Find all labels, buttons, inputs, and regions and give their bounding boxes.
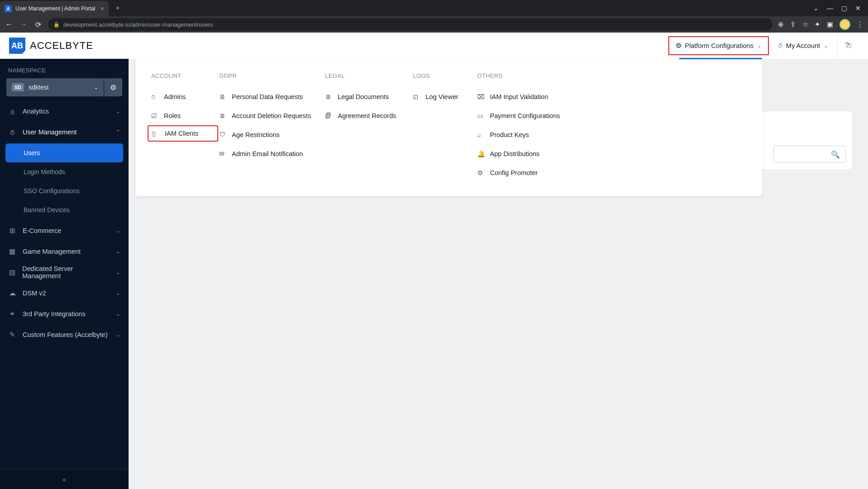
- lock-icon: 🔒: [53, 22, 60, 28]
- sidebar-subitem-users[interactable]: Users: [5, 143, 123, 162]
- mail-icon: ✉: [219, 150, 226, 157]
- main-content: 🔍 ACCOUNT ⍥ Admins ☑ Roles ▯: [129, 59, 868, 489]
- search-icon: 🔍: [831, 150, 840, 159]
- mm-item-iam-input-validation[interactable]: ⌧ IAM Input Validation: [477, 87, 747, 106]
- mm-item-account-deletion-requests[interactable]: 🗎 Account Deletion Requests: [219, 106, 321, 125]
- bookmark-icon[interactable]: ☆: [802, 20, 808, 28]
- mm-item-admin-email-notification[interactable]: ✉ Admin Email Notification: [219, 144, 321, 163]
- mm-item-personal-data-requests[interactable]: 🗎 Personal Data Requests: [219, 87, 321, 106]
- search-input[interactable]: 🔍: [773, 146, 846, 163]
- platform-configurations-button[interactable]: ⚙ Platform Configurations ⌄: [668, 36, 769, 55]
- nodes-icon: ⚭: [8, 310, 16, 318]
- mm-header-legal: LEGAL: [325, 72, 408, 79]
- namespace-value: sdktest: [29, 84, 48, 91]
- user-icon: ⍥: [778, 42, 782, 49]
- shield-icon: ⛉: [219, 131, 226, 138]
- profile-avatar-icon[interactable]: [839, 19, 850, 30]
- share-icon[interactable]: ⇪: [790, 20, 796, 28]
- doc-icon: 🗎: [325, 93, 332, 100]
- window-controls: ⌄ — ▢ ✕: [806, 5, 868, 12]
- mm-header-gdpr: GDPR: [219, 72, 321, 79]
- mm-item-app-distributions[interactable]: 🔔 App Distributions: [477, 144, 747, 163]
- tab-title: User Management | Admin Portal: [15, 5, 96, 12]
- mm-item-agreement-records[interactable]: 🗐 Agreement Records: [325, 106, 408, 125]
- mm-item-log-viewer[interactable]: ⊡ Log Viewer: [413, 87, 473, 106]
- address-bar: ← → ⟳ 🔒 development.accelbyte.io/admin/u…: [0, 16, 868, 33]
- chevron-down-icon: ⌄: [757, 43, 762, 49]
- chevron-down-icon: ⌄: [824, 43, 828, 49]
- sidebar: NAMESPACE SD sdktest ⌄ ⚙ ⫼ Analytics ⌄ ⍥…: [0, 59, 129, 489]
- collapse-sidebar-button[interactable]: «: [0, 469, 129, 489]
- mm-item-age-restrictions[interactable]: ⛉ Age Restrictions: [219, 125, 321, 144]
- sidebar-item-ecommerce[interactable]: ⊞ E-Commerce ⌄: [0, 220, 129, 241]
- sidebar-item-custom-features[interactable]: ✎ Custom Features (Accelbyte) ⌄: [0, 324, 129, 345]
- bell-icon: 🔔: [477, 150, 484, 157]
- mm-header-logs: LOGS: [413, 72, 473, 79]
- help-icon: ?⃝: [845, 42, 852, 50]
- close-window-icon[interactable]: ✕: [855, 5, 861, 12]
- logo-text: ACCELBYTE: [30, 40, 93, 52]
- sidebar-subitem-sso-configurations[interactable]: SSO Configurations: [3, 181, 126, 200]
- doc-icon: 🗎: [219, 112, 226, 119]
- namespace-settings-button[interactable]: ⚙: [104, 78, 122, 96]
- url-field[interactable]: 🔒 development.accelbyte.io/admin/user-ma…: [48, 18, 772, 31]
- mm-item-config-promoter[interactable]: ⚙ Config Promoter: [477, 163, 747, 182]
- chevron-up-icon: ⌃: [116, 129, 120, 135]
- chevron-double-left-icon: «: [62, 476, 66, 483]
- chevron-down-icon[interactable]: ⌄: [813, 5, 819, 12]
- mm-item-admins[interactable]: ⍥ Admins: [151, 87, 215, 106]
- doc-icon: 🗎: [219, 93, 226, 100]
- mm-item-product-keys[interactable]: ⌕ Product Keys: [477, 125, 747, 144]
- browser-tabbar: A User Management | Admin Portal × + ⌄ —…: [0, 0, 868, 16]
- chevron-down-icon: ⌄: [116, 248, 120, 255]
- sidebar-item-analytics[interactable]: ⫼ Analytics ⌄: [0, 101, 129, 122]
- gear-icon: ⚙: [477, 169, 484, 176]
- forward-button[interactable]: →: [19, 20, 28, 28]
- chevron-down-icon: ⌄: [94, 84, 98, 90]
- mm-item-payment-configurations[interactable]: ▭ Payment Configurations: [477, 106, 747, 125]
- platform-configurations-menu: ACCOUNT ⍥ Admins ☑ Roles ▯ IAM Clients: [136, 59, 762, 196]
- favicon-icon: A: [5, 5, 12, 12]
- sidebar-item-dedicated-server-management[interactable]: ▤ Dedicated Server Management ⌄: [0, 262, 129, 283]
- minimize-icon[interactable]: —: [827, 5, 833, 12]
- logo[interactable]: AB ACCELBYTE: [9, 38, 93, 54]
- reload-button[interactable]: ⟳: [34, 20, 43, 29]
- browser-tab[interactable]: A User Management | Admin Portal ×: [0, 1, 109, 16]
- zoom-icon[interactable]: ⊕: [778, 20, 784, 28]
- panel-icon[interactable]: ▣: [827, 20, 833, 28]
- sidebar-item-game-management[interactable]: ▦ Game Management ⌄: [0, 241, 129, 262]
- eye-icon: ⊡: [413, 93, 420, 100]
- mm-header-others: OTHERS: [477, 72, 747, 79]
- mm-item-roles[interactable]: ☑ Roles: [151, 106, 215, 125]
- namespace-selector[interactable]: SD sdktest ⌄: [6, 78, 104, 96]
- chevron-down-icon: ⌄: [116, 290, 120, 296]
- close-icon[interactable]: ×: [101, 5, 104, 12]
- my-account-button[interactable]: ⍥ My Account ⌄: [769, 33, 837, 59]
- help-button[interactable]: ?⃝: [837, 33, 859, 59]
- namespace-label: NAMESPACE: [0, 59, 129, 78]
- app-header: AB ACCELBYTE ⚙ Platform Configurations ⌄…: [0, 33, 868, 59]
- sidebar-item-3rd-party-integrations[interactable]: ⚭ 3rd Party Integrations ⌄: [0, 304, 129, 324]
- doc-check-icon: 🗐: [325, 112, 332, 119]
- chart-icon: ⫼: [8, 108, 16, 115]
- mm-item-legal-documents[interactable]: 🗎 Legal Documents: [325, 87, 408, 106]
- my-account-label: My Account: [786, 42, 820, 49]
- kebab-icon[interactable]: ⋮: [857, 20, 863, 28]
- cloud-icon: ☁: [8, 289, 16, 297]
- maximize-icon[interactable]: ▢: [841, 5, 847, 12]
- gear-icon: ⚙: [676, 42, 681, 49]
- user-icon: ⍥: [151, 93, 158, 100]
- new-tab-button[interactable]: +: [111, 2, 124, 14]
- back-button[interactable]: ←: [5, 20, 14, 28]
- check-icon: ☑: [151, 112, 158, 119]
- sidebar-subitem-login-methods[interactable]: Login Methods: [3, 162, 126, 181]
- extensions-icon[interactable]: ✦: [815, 20, 820, 28]
- server-icon: ▤: [8, 268, 16, 276]
- sidebar-subitem-banned-devices[interactable]: Banned Devices: [3, 200, 126, 219]
- mm-item-iam-clients[interactable]: ▯ IAM Clients: [148, 125, 218, 142]
- mm-header-account: ACCOUNT: [151, 72, 215, 79]
- sidebar-item-user-management[interactable]: ⍥ User Management ⌃: [0, 122, 129, 142]
- logo-mark-icon: AB: [9, 38, 25, 54]
- grid-icon: ▦: [8, 247, 16, 256]
- sidebar-item-dsm-v2[interactable]: ☁ DSM v2 ⌄: [0, 283, 129, 304]
